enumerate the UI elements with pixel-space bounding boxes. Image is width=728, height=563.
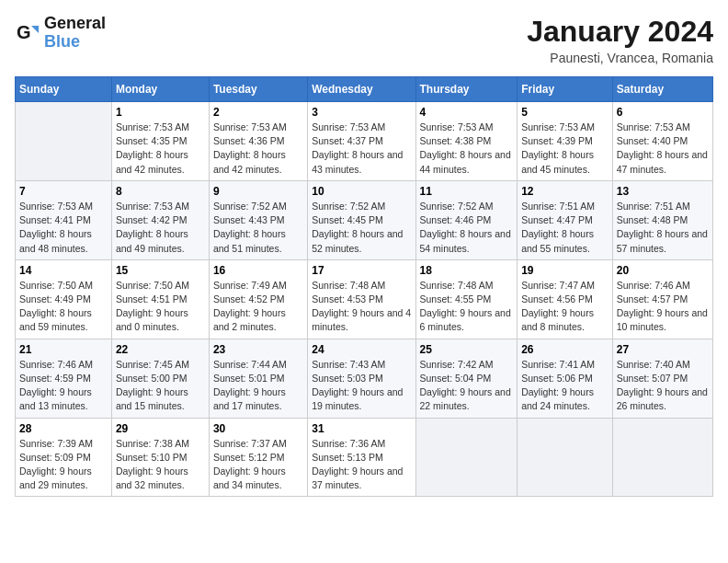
col-wednesday: Wednesday: [308, 77, 415, 102]
day-number: 24: [312, 343, 411, 356]
day-info: Sunrise: 7:46 AMSunset: 4:57 PMDaylight:…: [617, 279, 709, 335]
day-number: 12: [521, 185, 609, 198]
day-number: 28: [19, 422, 108, 435]
day-number: 22: [116, 343, 205, 356]
day-info: Sunrise: 7:50 AMSunset: 4:49 PMDaylight:…: [19, 279, 108, 335]
day-info: Sunrise: 7:44 AMSunset: 5:01 PMDaylight:…: [213, 358, 303, 414]
day-info: Sunrise: 7:53 AMSunset: 4:39 PMDaylight:…: [521, 121, 609, 177]
day-info: Sunrise: 7:53 AMSunset: 4:36 PMDaylight:…: [213, 121, 303, 177]
calendar-cell: 25 Sunrise: 7:42 AMSunset: 5:04 PMDaylig…: [415, 339, 518, 418]
calendar-cell: 29 Sunrise: 7:38 AMSunset: 5:10 PMDaylig…: [111, 418, 209, 497]
title-area: January 2024 Paunesti, Vrancea, Romania: [527, 15, 713, 65]
calendar-week-3: 14 Sunrise: 7:50 AMSunset: 4:49 PMDaylig…: [16, 259, 713, 339]
calendar-cell: 18 Sunrise: 7:48 AMSunset: 4:55 PMDaylig…: [415, 259, 518, 339]
calendar-cell: [612, 418, 712, 497]
day-info: Sunrise: 7:42 AMSunset: 5:04 PMDaylight:…: [420, 358, 514, 414]
calendar-cell: 13 Sunrise: 7:51 AMSunset: 4:48 PMDaylig…: [612, 180, 712, 259]
col-monday: Monday: [111, 77, 209, 102]
calendar-cell: [16, 102, 112, 181]
col-sunday: Sunday: [16, 77, 112, 102]
calendar-cell: 5 Sunrise: 7:53 AMSunset: 4:39 PMDayligh…: [518, 102, 613, 181]
day-info: Sunrise: 7:52 AMSunset: 4:45 PMDaylight:…: [312, 200, 411, 256]
day-info: Sunrise: 7:37 AMSunset: 5:12 PMDaylight:…: [213, 437, 303, 493]
day-info: Sunrise: 7:47 AMSunset: 4:56 PMDaylight:…: [521, 279, 609, 335]
day-number: 13: [617, 185, 709, 198]
logo-icon: G: [15, 20, 40, 46]
month-title: January 2024: [527, 15, 713, 49]
day-info: Sunrise: 7:48 AMSunset: 4:53 PMDaylight:…: [312, 279, 411, 335]
day-info: Sunrise: 7:41 AMSunset: 5:06 PMDaylight:…: [521, 358, 609, 414]
location-title: Paunesti, Vrancea, Romania: [527, 51, 713, 65]
calendar-cell: 6 Sunrise: 7:53 AMSunset: 4:40 PMDayligh…: [612, 102, 712, 181]
calendar-cell: 28 Sunrise: 7:39 AMSunset: 5:09 PMDaylig…: [16, 418, 112, 497]
calendar-week-5: 28 Sunrise: 7:39 AMSunset: 5:09 PMDaylig…: [16, 418, 713, 497]
day-number: 27: [617, 343, 709, 356]
day-number: 10: [312, 185, 411, 198]
calendar-cell: 8 Sunrise: 7:53 AMSunset: 4:42 PMDayligh…: [111, 180, 209, 259]
day-info: Sunrise: 7:46 AMSunset: 4:59 PMDaylight:…: [19, 358, 108, 414]
page-header: G GeneralBlue January 2024 Paunesti, Vra…: [15, 15, 713, 65]
calendar-cell: [518, 418, 613, 497]
day-info: Sunrise: 7:53 AMSunset: 4:37 PMDaylight:…: [312, 121, 411, 177]
day-number: 11: [420, 185, 514, 198]
day-number: 17: [312, 264, 411, 277]
day-info: Sunrise: 7:52 AMSunset: 4:46 PMDaylight:…: [420, 200, 514, 256]
calendar-week-1: 1 Sunrise: 7:53 AMSunset: 4:35 PMDayligh…: [16, 102, 713, 181]
calendar-cell: 16 Sunrise: 7:49 AMSunset: 4:52 PMDaylig…: [209, 259, 307, 339]
day-info: Sunrise: 7:50 AMSunset: 4:51 PMDaylight:…: [116, 279, 205, 335]
day-number: 5: [521, 106, 609, 119]
day-number: 19: [521, 264, 609, 277]
day-info: Sunrise: 7:36 AMSunset: 5:13 PMDaylight:…: [312, 437, 411, 493]
calendar-cell: 3 Sunrise: 7:53 AMSunset: 4:37 PMDayligh…: [308, 102, 415, 181]
day-number: 16: [213, 264, 303, 277]
day-number: 29: [116, 422, 205, 435]
day-number: 2: [213, 106, 303, 119]
day-number: 4: [420, 106, 514, 119]
calendar-cell: 1 Sunrise: 7:53 AMSunset: 4:35 PMDayligh…: [111, 102, 209, 181]
day-number: 7: [19, 185, 108, 198]
col-friday: Friday: [518, 77, 613, 102]
calendar-cell: 22 Sunrise: 7:45 AMSunset: 5:00 PMDaylig…: [111, 339, 209, 418]
calendar-cell: 9 Sunrise: 7:52 AMSunset: 4:43 PMDayligh…: [209, 180, 307, 259]
calendar-cell: 30 Sunrise: 7:37 AMSunset: 5:12 PMDaylig…: [209, 418, 307, 497]
day-number: 9: [213, 185, 303, 198]
day-number: 1: [116, 106, 205, 119]
day-info: Sunrise: 7:51 AMSunset: 4:48 PMDaylight:…: [617, 200, 709, 256]
calendar-cell: 14 Sunrise: 7:50 AMSunset: 4:49 PMDaylig…: [16, 259, 112, 339]
day-number: 31: [312, 422, 411, 435]
calendar-table: Sunday Monday Tuesday Wednesday Thursday…: [15, 76, 713, 497]
day-number: 6: [617, 106, 709, 119]
day-info: Sunrise: 7:45 AMSunset: 5:00 PMDaylight:…: [116, 358, 205, 414]
calendar-cell: 10 Sunrise: 7:52 AMSunset: 4:45 PMDaylig…: [308, 180, 415, 259]
day-number: 20: [617, 264, 709, 277]
calendar-cell: 23 Sunrise: 7:44 AMSunset: 5:01 PMDaylig…: [209, 339, 307, 418]
calendar-week-2: 7 Sunrise: 7:53 AMSunset: 4:41 PMDayligh…: [16, 180, 713, 259]
col-tuesday: Tuesday: [209, 77, 307, 102]
day-number: 8: [116, 185, 205, 198]
day-number: 26: [521, 343, 609, 356]
day-number: 25: [420, 343, 514, 356]
day-number: 15: [116, 264, 205, 277]
calendar-cell: 24 Sunrise: 7:43 AMSunset: 5:03 PMDaylig…: [308, 339, 415, 418]
day-number: 18: [420, 264, 514, 277]
calendar-cell: 11 Sunrise: 7:52 AMSunset: 4:46 PMDaylig…: [415, 180, 518, 259]
calendar-cell: 2 Sunrise: 7:53 AMSunset: 4:36 PMDayligh…: [209, 102, 307, 181]
calendar-cell: 19 Sunrise: 7:47 AMSunset: 4:56 PMDaylig…: [518, 259, 613, 339]
day-number: 30: [213, 422, 303, 435]
day-number: 14: [19, 264, 108, 277]
day-info: Sunrise: 7:48 AMSunset: 4:55 PMDaylight:…: [420, 279, 514, 335]
day-info: Sunrise: 7:38 AMSunset: 5:10 PMDaylight:…: [116, 437, 205, 493]
svg-text:G: G: [17, 22, 31, 42]
calendar-cell: 7 Sunrise: 7:53 AMSunset: 4:41 PMDayligh…: [16, 180, 112, 259]
day-info: Sunrise: 7:53 AMSunset: 4:40 PMDaylight:…: [617, 121, 709, 177]
calendar-cell: 17 Sunrise: 7:48 AMSunset: 4:53 PMDaylig…: [308, 259, 415, 339]
day-info: Sunrise: 7:53 AMSunset: 4:35 PMDaylight:…: [116, 121, 205, 177]
day-info: Sunrise: 7:53 AMSunset: 4:41 PMDaylight:…: [19, 200, 108, 256]
day-info: Sunrise: 7:43 AMSunset: 5:03 PMDaylight:…: [312, 358, 411, 414]
day-number: 21: [19, 343, 108, 356]
calendar-week-4: 21 Sunrise: 7:46 AMSunset: 4:59 PMDaylig…: [16, 339, 713, 418]
svg-marker-1: [31, 26, 39, 33]
calendar-cell: 26 Sunrise: 7:41 AMSunset: 5:06 PMDaylig…: [518, 339, 613, 418]
calendar-cell: 27 Sunrise: 7:40 AMSunset: 5:07 PMDaylig…: [612, 339, 712, 418]
calendar-cell: 4 Sunrise: 7:53 AMSunset: 4:38 PMDayligh…: [415, 102, 518, 181]
